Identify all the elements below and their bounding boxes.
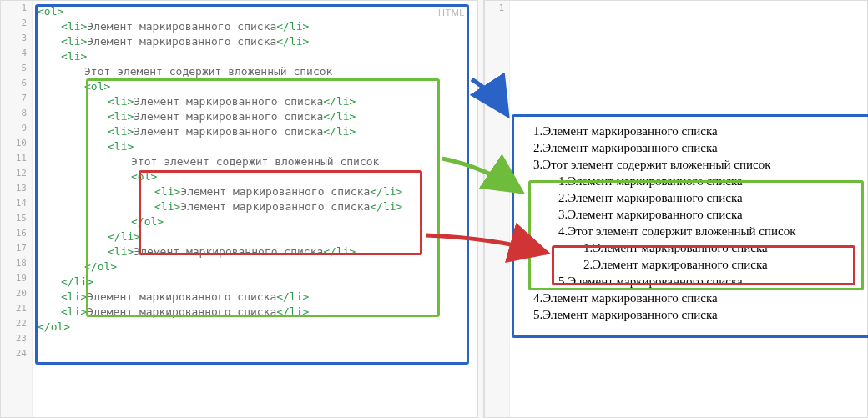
line-number: 4 xyxy=(1,46,32,61)
code-text: Элемент маркированного списка xyxy=(180,200,370,213)
code-text: Этот элемент содержит вложенный список xyxy=(84,65,332,78)
code-tag: </ol> xyxy=(38,320,70,333)
code-editor-pane[interactable]: 123456789101112131415161718192021222324 … xyxy=(0,0,477,418)
code-line[interactable]: <li> xyxy=(108,139,472,154)
line-number: 20 xyxy=(1,286,32,301)
code-text: Элемент маркированного списка xyxy=(87,305,276,318)
code-line[interactable] xyxy=(38,350,472,365)
line-number: 18 xyxy=(1,256,32,271)
code-text: Элемент маркированного списка xyxy=(134,245,323,258)
code-tag: </li> xyxy=(370,185,402,198)
code-tag: <li> xyxy=(108,110,134,123)
line-number: 5 xyxy=(1,61,32,76)
code-tag: </li> xyxy=(276,305,309,318)
code-tag: <li> xyxy=(108,125,134,138)
code-line[interactable]: <li>Элемент маркированного списка</li> xyxy=(61,19,472,34)
code-tag: <li> xyxy=(61,20,87,33)
code-line[interactable]: <li>Элемент маркированного списка</li> xyxy=(108,109,472,124)
highlight-box-red xyxy=(552,245,855,285)
pane-divider[interactable] xyxy=(477,0,484,418)
code-tag: <li> xyxy=(61,50,87,63)
line-number: 7 xyxy=(1,91,32,106)
line-number: 23 xyxy=(1,331,32,346)
code-text: Этот элемент содержит вложенный список xyxy=(131,155,379,168)
code-text: Элемент маркированного списка xyxy=(87,20,276,33)
code-line[interactable]: Этот элемент содержит вложенный список xyxy=(84,64,472,79)
code-tag: </ol> xyxy=(131,215,164,228)
line-number: 9 xyxy=(1,121,32,136)
preview-area: 1. Элемент маркированного списка2. Элеме… xyxy=(510,1,867,417)
code-tag: <ol> xyxy=(131,170,157,183)
line-number: 13 xyxy=(1,181,32,196)
line-number: 19 xyxy=(1,271,32,286)
code-line[interactable]: <li>Элемент маркированного списка</li> xyxy=(154,199,472,214)
code-tag: </li> xyxy=(276,35,309,48)
code-tag: </li> xyxy=(276,20,309,33)
line-number: 8 xyxy=(1,106,32,121)
code-line[interactable]: <ol> xyxy=(131,169,472,184)
code-tag: </li> xyxy=(323,245,356,258)
code-line[interactable]: <li>Элемент маркированного списка</li> xyxy=(61,290,472,305)
code-line[interactable]: <li>Элемент маркированного списка</li> xyxy=(108,94,472,109)
line-number: 12 xyxy=(1,166,32,181)
code-line[interactable]: <li>Элемент маркированного списка</li> xyxy=(61,305,472,320)
code-tag: <ol> xyxy=(84,80,110,93)
code-text: Элемент маркированного списка xyxy=(134,95,323,108)
line-number: 17 xyxy=(1,241,32,256)
code-tag: <li> xyxy=(108,245,134,258)
code-area[interactable]: <ol><li>Элемент маркированного списка</l… xyxy=(33,1,477,417)
code-line[interactable]: </ol> xyxy=(84,259,472,274)
split-view: 123456789101112131415161718192021222324 … xyxy=(0,0,868,418)
code-line[interactable]: <ol> xyxy=(84,79,472,94)
code-line[interactable]: <li>Элемент маркированного списка</li> xyxy=(108,124,472,139)
code-tag: </li> xyxy=(108,230,140,243)
code-tag: </li> xyxy=(61,275,93,288)
code-line[interactable]: <li>Элемент маркированного списка</li> xyxy=(61,34,472,49)
code-tag: <ol> xyxy=(38,5,63,18)
line-number: 15 xyxy=(1,211,32,226)
code-tag: </ol> xyxy=(84,260,117,273)
code-tag: </li> xyxy=(370,200,402,213)
code-tag: <li> xyxy=(154,185,180,198)
code-line[interactable]: </ol> xyxy=(38,320,472,335)
code-tag: </li> xyxy=(276,290,309,303)
code-line[interactable] xyxy=(38,335,472,350)
code-tag: </li> xyxy=(323,125,356,138)
line-number: 21 xyxy=(1,301,32,316)
code-line[interactable]: </li> xyxy=(108,229,472,244)
code-text: Элемент маркированного списка xyxy=(134,125,323,138)
code-tag: <li> xyxy=(61,305,87,318)
line-number: 1 xyxy=(1,1,32,16)
code-line[interactable]: <ol> xyxy=(38,4,472,19)
code-line[interactable]: Этот элемент содержит вложенный список xyxy=(131,154,472,169)
line-number: 11 xyxy=(1,151,32,166)
line-number: 6 xyxy=(1,76,32,91)
line-number: 22 xyxy=(1,316,32,331)
code-text: Элемент маркированного списка xyxy=(180,185,370,198)
code-tag: </li> xyxy=(323,110,356,123)
line-number: 14 xyxy=(1,196,32,211)
code-tag: <li> xyxy=(108,140,134,153)
line-number-gutter: 123456789101112131415161718192021222324 xyxy=(1,1,33,417)
preview-pane: 1 1. Элемент маркированного списка2. Эле… xyxy=(484,0,868,418)
code-tag: <li> xyxy=(108,95,134,108)
line-number: 2 xyxy=(1,16,32,31)
line-number: 3 xyxy=(1,31,32,46)
preview-gutter: 1 xyxy=(485,1,510,417)
code-line[interactable]: </li> xyxy=(61,274,472,290)
code-text: Элемент маркированного списка xyxy=(134,110,323,123)
code-line[interactable]: <li> xyxy=(61,49,472,64)
code-text: Элемент маркированного списка xyxy=(87,290,276,303)
code-text: Элемент маркированного списка xyxy=(87,35,276,48)
code-line[interactable]: <li>Элемент маркированного списка</li> xyxy=(154,184,472,199)
code-line[interactable]: <li>Элемент маркированного списка</li> xyxy=(108,244,472,259)
line-number: 16 xyxy=(1,226,32,241)
code-tag: <li> xyxy=(61,35,87,48)
line-number: 10 xyxy=(1,136,32,151)
code-tag: <li> xyxy=(61,290,87,303)
line-number: 1 xyxy=(485,1,509,16)
code-tag: </li> xyxy=(323,95,356,108)
code-tag: <li> xyxy=(154,200,180,213)
code-line[interactable]: </ol> xyxy=(131,214,472,229)
line-number: 24 xyxy=(1,346,32,361)
